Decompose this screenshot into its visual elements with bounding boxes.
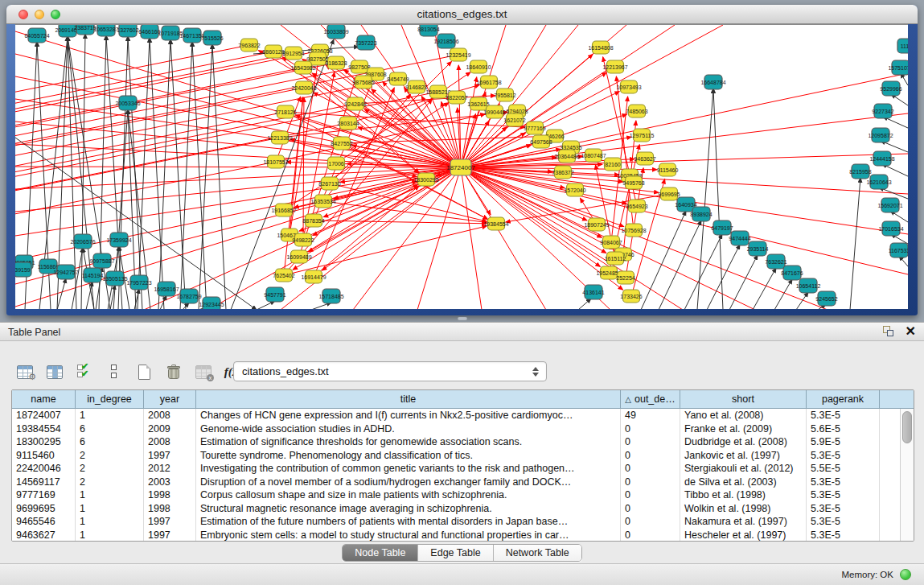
graph-node[interactable]: 9463627 [634,152,655,165]
graph-node[interactable]: 1572040 [564,183,585,196]
graph-node[interactable]: 16961758 [476,76,501,89]
table-row[interactable]: 1456911722003Disruption of a novel membe… [12,476,900,489]
graph-node[interactable]: 10807487 [581,149,606,162]
graph-node[interactable]: 15751074 [888,60,908,75]
graph-node[interactable]: 7625402 [273,269,294,282]
network-view-canvas[interactable]: 6405572420691406238371910653287132760264… [15,24,908,309]
table-row[interactable]: 977716911998Corpus callosum shape and si… [12,488,900,502]
graph-node[interactable]: 19218506 [433,34,458,48]
graph-node[interactable]: 8267130 [318,177,340,190]
graph-node[interactable]: 90975887 [89,253,114,268]
scrollbar-thumb[interactable] [902,411,912,443]
red-edge[interactable] [15,162,276,214]
graph-node[interactable]: 8471676 [781,266,803,280]
graph-node[interactable]: 16099489 [286,250,311,263]
graph-node[interactable]: 9146821 [405,80,427,93]
black-edge[interactable] [578,299,591,309]
graph-node[interactable]: 16958167 [154,282,179,296]
graph-node[interactable]: 1733426 [620,290,642,303]
tab-node-table[interactable]: Node Table [343,545,418,561]
column-header-out_de[interactable]: △out_de… [621,390,680,408]
graph-node[interactable]: 17006 [328,157,345,170]
graph-node[interactable]: 8813054 [417,25,439,36]
black-edge[interactable] [684,234,722,309]
table-row[interactable]: 969969511998Structural magnetic resonanc… [12,502,900,516]
graph-node[interactable]: 1621072 [503,113,525,126]
graph-node[interactable]: 16914479 [301,270,326,283]
red-edge[interactable] [322,167,461,270]
tab-network-table[interactable]: Network Table [494,545,581,561]
graph-node[interactable]: 12444158 [869,151,894,166]
graph-node[interactable]: 18724007 [446,159,475,175]
stacked-rows-button[interactable] [104,361,125,382]
graph-node[interactable]: 8912954 [282,47,304,60]
black-edge[interactable] [170,39,186,309]
graph-node[interactable]: 6479197 [711,220,733,235]
float-panel-icon[interactable] [883,325,896,338]
red-edge[interactable] [461,167,614,249]
black-edge[interactable] [641,211,686,309]
red-edge[interactable] [284,97,303,275]
graph-node[interactable]: 12095872 [868,128,893,142]
graph-node[interactable]: 252254 [616,271,634,284]
black-edge[interactable] [697,89,713,309]
graph-node[interactable]: 8822057 [446,91,467,104]
graph-node[interactable]: 7515526 [201,31,223,45]
graph-node[interactable]: 17359924 [106,233,131,247]
graph-node[interactable]: 9115460 [657,163,679,176]
graph-node[interactable]: 7386372 [552,166,573,179]
graph-node[interactable]: 2718126 [274,105,296,118]
graph-node[interactable]: 2935114 [747,241,769,256]
graph-node[interactable]: 9084067 [600,236,622,249]
table-row[interactable]: 1872400712008Changes of HCN gene express… [12,409,900,422]
graph-node[interactable]: 12923445 [199,297,224,309]
graph-node[interactable]: 16210643 [866,175,891,189]
graph-node[interactable]: 82160 [605,158,622,171]
graph-node[interactable]: 16648784 [700,75,725,89]
black-edge[interactable] [212,44,226,309]
graph-node[interactable]: 7955812 [494,89,515,101]
graph-node[interactable]: 7357223 [355,35,376,50]
table-row[interactable]: 946362711997Embryonic stem cells: a mode… [12,529,900,542]
black-edge[interactable] [796,292,808,309]
graph-node[interactable]: 12942757 [53,265,78,279]
table-row[interactable]: 1938455462009Genome-wide association stu… [12,422,900,436]
trash-button[interactable] [163,361,184,382]
graph-node[interactable]: 9227342 [872,104,893,118]
graph-node[interactable]: 9529966 [880,81,901,96]
network-graph[interactable]: 6405572420691406238371910653287132760264… [15,25,908,309]
graph-node[interactable]: 20206576 [70,234,95,249]
black-edge[interactable] [713,89,723,309]
new-file-button[interactable] [133,361,154,382]
graph-node[interactable]: 9457791 [264,287,285,302]
graph-node[interactable]: 9242848 [344,97,366,110]
red-edge[interactable] [461,167,827,309]
graph-node[interactable]: 9777169 [524,122,545,134]
graph-node[interactable]: 1990448 [483,105,505,118]
black-edge[interactable] [150,38,164,309]
graph-node[interactable]: 8215958 [849,164,871,179]
close-panel-icon[interactable]: ✕ [906,325,916,338]
column-header-short[interactable]: short [680,390,807,408]
graph-node[interactable]: 9699695 [658,187,680,200]
graph-node[interactable]: 9498222 [292,233,314,246]
table-row[interactable]: 1830029562008Estimation of significance … [12,435,900,449]
graph-node[interactable]: 6497568 [530,135,552,148]
table-scrollbar[interactable] [900,409,914,541]
column-header-year[interactable]: year [144,390,196,408]
graph-node[interactable]: 1145194 [82,268,104,282]
graph-node[interactable]: 7485063 [626,105,647,117]
graph-node[interactable]: 13505135 [102,271,127,286]
graph-node[interactable]: 9495768 [622,176,644,189]
graph-node[interactable]: 17957223 [126,275,151,290]
graph-node[interactable]: 9654923 [626,200,647,212]
graph-node[interactable]: 1112 [897,39,908,53]
black-edge[interactable] [659,220,701,309]
graph-node[interactable]: 8427552 [331,137,352,150]
graph-node[interactable]: 12325419 [446,48,470,61]
graph-node[interactable]: 7963822 [238,39,260,51]
delete-table-button[interactable]: x [193,361,214,382]
black-edge[interactable] [850,178,860,309]
graph-node[interactable]: 10654112 [796,278,821,293]
panel-splitter[interactable] [0,315,924,322]
